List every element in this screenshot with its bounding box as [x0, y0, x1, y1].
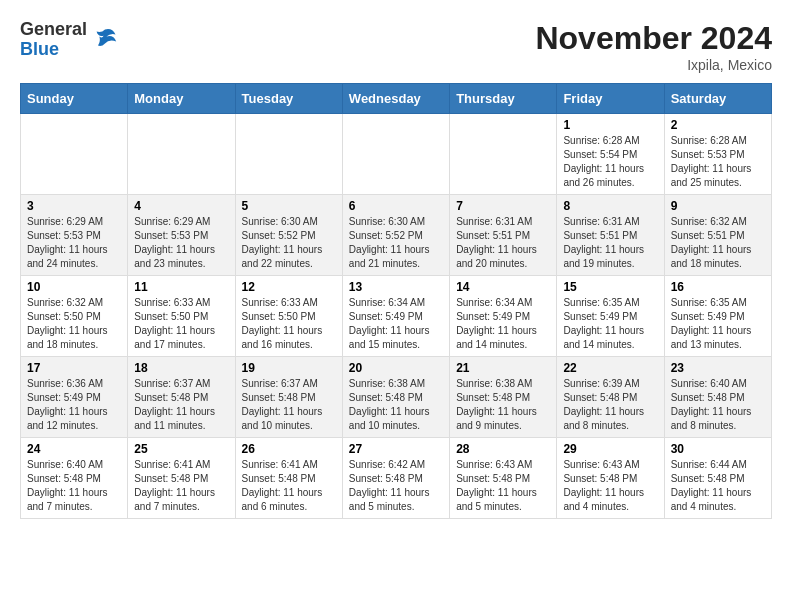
- calendar-cell: 16Sunrise: 6:35 AM Sunset: 5:49 PM Dayli…: [664, 276, 771, 357]
- day-number: 16: [671, 280, 765, 294]
- day-of-week-header: Sunday: [21, 84, 128, 114]
- calendar-cell: 4Sunrise: 6:29 AM Sunset: 5:53 PM Daylig…: [128, 195, 235, 276]
- day-number: 14: [456, 280, 550, 294]
- calendar-cell: 13Sunrise: 6:34 AM Sunset: 5:49 PM Dayli…: [342, 276, 449, 357]
- day-number: 10: [27, 280, 121, 294]
- calendar-cell: 10Sunrise: 6:32 AM Sunset: 5:50 PM Dayli…: [21, 276, 128, 357]
- calendar-cell: 24Sunrise: 6:40 AM Sunset: 5:48 PM Dayli…: [21, 438, 128, 519]
- calendar-week-row: 24Sunrise: 6:40 AM Sunset: 5:48 PM Dayli…: [21, 438, 772, 519]
- day-info: Sunrise: 6:33 AM Sunset: 5:50 PM Dayligh…: [242, 296, 336, 352]
- calendar-cell: 11Sunrise: 6:33 AM Sunset: 5:50 PM Dayli…: [128, 276, 235, 357]
- day-number: 24: [27, 442, 121, 456]
- day-number: 11: [134, 280, 228, 294]
- day-info: Sunrise: 6:36 AM Sunset: 5:49 PM Dayligh…: [27, 377, 121, 433]
- day-number: 19: [242, 361, 336, 375]
- day-number: 20: [349, 361, 443, 375]
- day-number: 29: [563, 442, 657, 456]
- calendar-cell: [21, 114, 128, 195]
- day-of-week-header: Tuesday: [235, 84, 342, 114]
- day-info: Sunrise: 6:34 AM Sunset: 5:49 PM Dayligh…: [349, 296, 443, 352]
- calendar-cell: 18Sunrise: 6:37 AM Sunset: 5:48 PM Dayli…: [128, 357, 235, 438]
- day-info: Sunrise: 6:28 AM Sunset: 5:54 PM Dayligh…: [563, 134, 657, 190]
- day-number: 17: [27, 361, 121, 375]
- day-info: Sunrise: 6:42 AM Sunset: 5:48 PM Dayligh…: [349, 458, 443, 514]
- day-info: Sunrise: 6:44 AM Sunset: 5:48 PM Dayligh…: [671, 458, 765, 514]
- calendar-cell: 8Sunrise: 6:31 AM Sunset: 5:51 PM Daylig…: [557, 195, 664, 276]
- calendar-cell: 27Sunrise: 6:42 AM Sunset: 5:48 PM Dayli…: [342, 438, 449, 519]
- calendar-cell: 29Sunrise: 6:43 AM Sunset: 5:48 PM Dayli…: [557, 438, 664, 519]
- calendar-cell: 12Sunrise: 6:33 AM Sunset: 5:50 PM Dayli…: [235, 276, 342, 357]
- day-number: 5: [242, 199, 336, 213]
- day-of-week-header: Wednesday: [342, 84, 449, 114]
- calendar-cell: 15Sunrise: 6:35 AM Sunset: 5:49 PM Dayli…: [557, 276, 664, 357]
- logo-general-text: General: [20, 20, 87, 40]
- day-number: 4: [134, 199, 228, 213]
- logo-blue-text: Blue: [20, 40, 87, 60]
- day-of-week-header: Thursday: [450, 84, 557, 114]
- calendar-week-row: 1Sunrise: 6:28 AM Sunset: 5:54 PM Daylig…: [21, 114, 772, 195]
- calendar-cell: 9Sunrise: 6:32 AM Sunset: 5:51 PM Daylig…: [664, 195, 771, 276]
- calendar-cell: 25Sunrise: 6:41 AM Sunset: 5:48 PM Dayli…: [128, 438, 235, 519]
- calendar-cell: 30Sunrise: 6:44 AM Sunset: 5:48 PM Dayli…: [664, 438, 771, 519]
- day-info: Sunrise: 6:31 AM Sunset: 5:51 PM Dayligh…: [456, 215, 550, 271]
- day-number: 7: [456, 199, 550, 213]
- day-number: 23: [671, 361, 765, 375]
- day-info: Sunrise: 6:34 AM Sunset: 5:49 PM Dayligh…: [456, 296, 550, 352]
- calendar-cell: 3Sunrise: 6:29 AM Sunset: 5:53 PM Daylig…: [21, 195, 128, 276]
- day-number: 30: [671, 442, 765, 456]
- calendar-cell: [342, 114, 449, 195]
- calendar-table: SundayMondayTuesdayWednesdayThursdayFrid…: [20, 83, 772, 519]
- calendar-cell: 17Sunrise: 6:36 AM Sunset: 5:49 PM Dayli…: [21, 357, 128, 438]
- day-number: 26: [242, 442, 336, 456]
- calendar-cell: [128, 114, 235, 195]
- calendar-cell: 2Sunrise: 6:28 AM Sunset: 5:53 PM Daylig…: [664, 114, 771, 195]
- day-number: 9: [671, 199, 765, 213]
- calendar-cell: 28Sunrise: 6:43 AM Sunset: 5:48 PM Dayli…: [450, 438, 557, 519]
- calendar-week-row: 3Sunrise: 6:29 AM Sunset: 5:53 PM Daylig…: [21, 195, 772, 276]
- day-of-week-header: Friday: [557, 84, 664, 114]
- day-number: 18: [134, 361, 228, 375]
- day-info: Sunrise: 6:29 AM Sunset: 5:53 PM Dayligh…: [27, 215, 121, 271]
- calendar-week-row: 10Sunrise: 6:32 AM Sunset: 5:50 PM Dayli…: [21, 276, 772, 357]
- day-info: Sunrise: 6:35 AM Sunset: 5:49 PM Dayligh…: [563, 296, 657, 352]
- day-info: Sunrise: 6:31 AM Sunset: 5:51 PM Dayligh…: [563, 215, 657, 271]
- day-number: 3: [27, 199, 121, 213]
- day-number: 1: [563, 118, 657, 132]
- day-info: Sunrise: 6:41 AM Sunset: 5:48 PM Dayligh…: [134, 458, 228, 514]
- day-number: 22: [563, 361, 657, 375]
- page-title: November 2024: [535, 20, 772, 57]
- day-info: Sunrise: 6:37 AM Sunset: 5:48 PM Dayligh…: [134, 377, 228, 433]
- day-of-week-header: Monday: [128, 84, 235, 114]
- day-info: Sunrise: 6:30 AM Sunset: 5:52 PM Dayligh…: [242, 215, 336, 271]
- day-info: Sunrise: 6:28 AM Sunset: 5:53 PM Dayligh…: [671, 134, 765, 190]
- calendar-cell: 26Sunrise: 6:41 AM Sunset: 5:48 PM Dayli…: [235, 438, 342, 519]
- page-header: General Blue November 2024 Ixpila, Mexic…: [20, 20, 772, 73]
- day-number: 2: [671, 118, 765, 132]
- calendar-cell: 1Sunrise: 6:28 AM Sunset: 5:54 PM Daylig…: [557, 114, 664, 195]
- day-info: Sunrise: 6:30 AM Sunset: 5:52 PM Dayligh…: [349, 215, 443, 271]
- calendar-header-row: SundayMondayTuesdayWednesdayThursdayFrid…: [21, 84, 772, 114]
- day-number: 15: [563, 280, 657, 294]
- day-info: Sunrise: 6:40 AM Sunset: 5:48 PM Dayligh…: [671, 377, 765, 433]
- day-info: Sunrise: 6:37 AM Sunset: 5:48 PM Dayligh…: [242, 377, 336, 433]
- calendar-cell: 21Sunrise: 6:38 AM Sunset: 5:48 PM Dayli…: [450, 357, 557, 438]
- day-info: Sunrise: 6:40 AM Sunset: 5:48 PM Dayligh…: [27, 458, 121, 514]
- day-info: Sunrise: 6:43 AM Sunset: 5:48 PM Dayligh…: [456, 458, 550, 514]
- day-info: Sunrise: 6:32 AM Sunset: 5:50 PM Dayligh…: [27, 296, 121, 352]
- calendar-cell: 6Sunrise: 6:30 AM Sunset: 5:52 PM Daylig…: [342, 195, 449, 276]
- calendar-cell: [450, 114, 557, 195]
- day-info: Sunrise: 6:35 AM Sunset: 5:49 PM Dayligh…: [671, 296, 765, 352]
- day-info: Sunrise: 6:38 AM Sunset: 5:48 PM Dayligh…: [349, 377, 443, 433]
- day-info: Sunrise: 6:41 AM Sunset: 5:48 PM Dayligh…: [242, 458, 336, 514]
- logo: General Blue: [20, 20, 119, 60]
- day-info: Sunrise: 6:39 AM Sunset: 5:48 PM Dayligh…: [563, 377, 657, 433]
- page-subtitle: Ixpila, Mexico: [535, 57, 772, 73]
- day-number: 8: [563, 199, 657, 213]
- calendar-week-row: 17Sunrise: 6:36 AM Sunset: 5:49 PM Dayli…: [21, 357, 772, 438]
- day-number: 28: [456, 442, 550, 456]
- day-number: 13: [349, 280, 443, 294]
- day-number: 25: [134, 442, 228, 456]
- calendar-cell: 20Sunrise: 6:38 AM Sunset: 5:48 PM Dayli…: [342, 357, 449, 438]
- day-info: Sunrise: 6:43 AM Sunset: 5:48 PM Dayligh…: [563, 458, 657, 514]
- day-of-week-header: Saturday: [664, 84, 771, 114]
